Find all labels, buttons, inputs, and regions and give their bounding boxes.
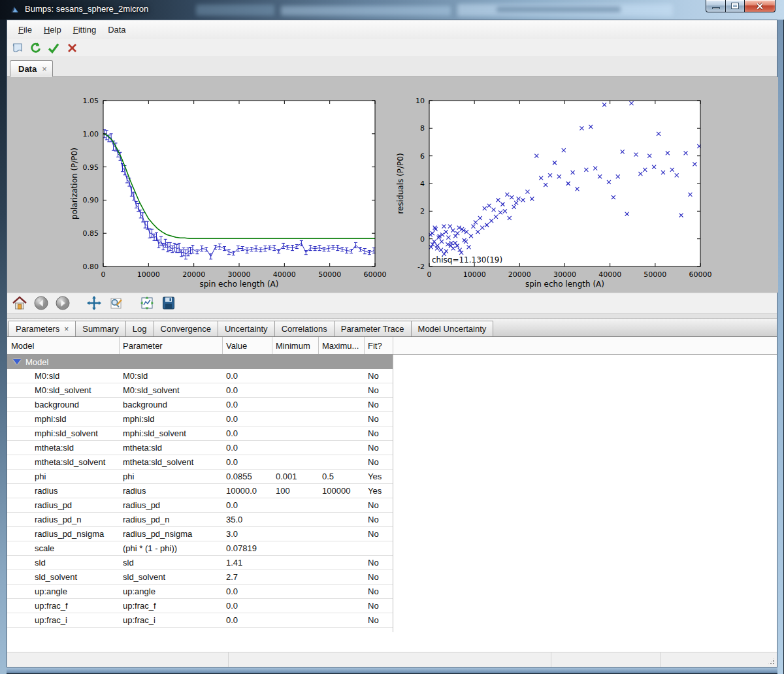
tab-log[interactable]: Log (125, 321, 154, 336)
svg-text:-2: -2 (417, 263, 425, 271)
table-cell: Yes (365, 470, 393, 483)
table-cell (272, 369, 319, 383)
tab-summary[interactable]: Summary (75, 321, 126, 336)
minimize-button[interactable] (706, 0, 726, 12)
table-row[interactable]: sldsld1.41No (7, 556, 393, 570)
table-cell: No (365, 383, 393, 397)
table-row[interactable]: up:frac_fup:frac_f0.0No (7, 599, 393, 613)
table-row[interactable]: backgroundbackground0.0No (7, 398, 393, 412)
model-group-row[interactable]: Model (7, 355, 393, 369)
column-header-maximum[interactable]: Maximu... (319, 337, 365, 354)
table-row[interactable]: M0:sld_solventM0:sld_solvent0.0No (7, 383, 393, 398)
table-cell (319, 513, 365, 526)
column-header-parameter[interactable]: Parameter (120, 337, 223, 354)
close-button[interactable] (745, 0, 776, 12)
mpl-toolbar (7, 293, 777, 313)
table-cell: No (365, 613, 393, 627)
column-header-model[interactable]: Model (7, 337, 120, 354)
script-console-button[interactable] (10, 40, 24, 55)
table-cell: radius_pd_nsigma (120, 527, 223, 541)
tab-label: Uncertainty (225, 324, 268, 334)
table-row[interactable]: phiphi0.08550.0010.5Yes (7, 470, 393, 484)
column-header-fit[interactable]: Fit? (365, 337, 393, 354)
svg-text:spin echo length (A): spin echo length (A) (199, 280, 278, 289)
tab-label: Model Uncertainty (418, 324, 487, 334)
table-cell: mphi:sld_solvent (120, 426, 223, 440)
table-row[interactable]: mtheta:sld_solventmtheta:sld_solvent0.0N… (7, 455, 393, 470)
tab-uncertainty[interactable]: Uncertainty (218, 321, 275, 336)
table-row[interactable]: up:frac_iup:frac_i0.0No (7, 613, 393, 628)
table-cell: M0:sld (7, 369, 120, 383)
reload-model-button[interactable] (28, 40, 42, 55)
table-row[interactable]: up:angleup:angle0.0No (7, 585, 393, 599)
table-cell (319, 498, 365, 512)
table-cell: 0.5 (319, 470, 365, 483)
svg-text:30000: 30000 (553, 270, 576, 279)
table-cell: 0.001 (272, 470, 319, 483)
tab-parameters[interactable]: Parameters× (8, 321, 76, 336)
app-client-area: FileHelpFittingData (7, 20, 777, 667)
column-header-minimum[interactable]: Minimum (272, 337, 319, 354)
svg-text:10000: 10000 (463, 270, 486, 279)
table-cell: 0.0 (223, 455, 272, 469)
table-row[interactable]: mtheta:sldmtheta:sld0.0No (7, 441, 393, 455)
table-cell (319, 426, 365, 440)
tab-data[interactable]: Data × (10, 60, 53, 77)
table-cell: No (365, 398, 393, 411)
menu-item-fitting[interactable]: Fitting (67, 23, 102, 37)
menu-item-data[interactable]: Data (102, 23, 131, 37)
table-cell: background (7, 398, 120, 411)
table-cell: mtheta:sld (120, 441, 223, 455)
table-cell: 0.07819 (223, 541, 272, 555)
table-row[interactable]: M0:sldM0:sld0.0No (7, 369, 393, 383)
table-row[interactable]: mphi:sld_solventmphi:sld_solvent0.0No (7, 426, 393, 441)
table-cell: M0:sld_solvent (7, 383, 120, 397)
forward-button[interactable] (54, 295, 71, 312)
pan-button[interactable] (86, 295, 103, 312)
table-cell (365, 541, 393, 555)
column-header-value[interactable]: Value (223, 337, 272, 354)
table-cell: up:frac_f (7, 599, 120, 613)
save-button[interactable] (160, 295, 177, 312)
table-row[interactable]: radius_pdradius_pd0.0No (7, 498, 393, 513)
table-row[interactable]: scale(phi * (1 - phi))0.07819 (7, 541, 393, 556)
maximize-button[interactable] (726, 0, 745, 12)
forward-icon (55, 295, 71, 311)
table-row[interactable]: radiusradius10000.0100100000Yes (7, 484, 393, 498)
tab-close-icon[interactable]: × (64, 325, 69, 334)
svg-text:40000: 40000 (273, 270, 296, 279)
table-row[interactable]: radius_pd_nradius_pd_n35.0No (7, 513, 393, 527)
table-cell (272, 412, 319, 426)
tab-model-uncertainty[interactable]: Model Uncertainty (411, 321, 494, 336)
table-cell: sld_solvent (7, 570, 120, 584)
table-cell (319, 383, 365, 397)
menu-item-help[interactable]: Help (38, 23, 67, 37)
cancel-fit-button[interactable] (65, 40, 79, 55)
menu-item-file[interactable]: File (12, 23, 38, 37)
window-titlebar[interactable]: Bumps: sesans_sphere_2micron (0, 0, 784, 20)
table-cell: 0.0 (223, 398, 272, 411)
back-button[interactable] (33, 295, 50, 312)
splitter-sash[interactable] (7, 313, 777, 319)
svg-text:residuals (P/P0): residuals (P/P0) (396, 153, 405, 214)
table-row[interactable]: mphi:sldmphi:sld0.0No (7, 412, 393, 426)
table-cell (272, 426, 319, 440)
collapse-triangle-icon[interactable] (13, 359, 21, 364)
table-row[interactable]: radius_pd_nsigmaradius_pd_nsigma3.0No (7, 527, 393, 541)
table-cell (319, 398, 365, 411)
subplots-config-button[interactable] (139, 295, 155, 312)
table-cell (272, 455, 319, 469)
table-cell: mphi:sld (7, 412, 120, 426)
tab-close-icon[interactable]: × (42, 64, 47, 74)
table-cell: up:frac_f (120, 599, 223, 613)
table-cell: radius_pd (120, 498, 223, 512)
tab-parameter-trace[interactable]: Parameter Trace (334, 321, 412, 336)
tab-convergence[interactable]: Convergence (154, 321, 218, 336)
table-row[interactable]: sld_solventsld_solvent2.7No (7, 570, 393, 585)
zoom-rect-button[interactable] (107, 295, 124, 312)
tab-correlations[interactable]: Correlations (274, 321, 335, 336)
accept-fit-button[interactable] (46, 40, 61, 55)
home-button[interactable] (11, 295, 28, 312)
table-cell (272, 585, 319, 598)
table-cell: 0.0 (223, 585, 272, 598)
